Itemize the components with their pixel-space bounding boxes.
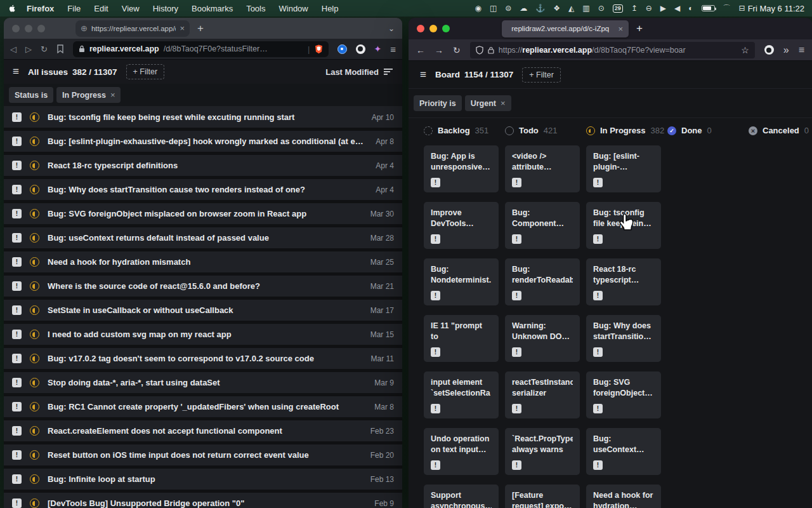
- kanban-card[interactable]: reactTestInstanc serializer: [505, 371, 580, 418]
- kanban-card[interactable]: Bug: SVG foreignObject…: [586, 371, 661, 418]
- issue-row[interactable]: Need a hook for hydration mismatch Mar 2…: [4, 251, 402, 272]
- close-window-button[interactable]: [12, 25, 20, 32]
- priority-urgent-icon[interactable]: [512, 347, 521, 357]
- menu-bookmarks[interactable]: Bookmarks: [192, 4, 233, 13]
- remove-filter-icon[interactable]: ×: [110, 90, 115, 100]
- in-progress-status-icon[interactable]: [30, 378, 39, 387]
- menu-button[interactable]: ≡: [799, 44, 804, 56]
- camera-icon[interactable]: ◫: [490, 4, 497, 12]
- priority-urgent-icon[interactable]: [512, 178, 521, 187]
- priority-urgent-icon[interactable]: [431, 460, 440, 470]
- kanban-card[interactable]: input element `setSelectionRa: [424, 371, 499, 418]
- volume-icon[interactable]: ◀: [674, 4, 680, 12]
- priority-urgent-icon[interactable]: [12, 185, 22, 194]
- reload-button[interactable]: ↻: [41, 44, 48, 54]
- kanban-card[interactable]: [Feature request] expo…: [505, 485, 580, 508]
- in-progress-status-icon[interactable]: [30, 426, 39, 436]
- in-progress-status-icon[interactable]: [30, 330, 39, 339]
- priority-urgent-icon[interactable]: [12, 378, 22, 387]
- priority-urgent-icon[interactable]: [593, 291, 603, 300]
- priority-urgent-icon[interactable]: [12, 305, 22, 315]
- apple-logo-icon[interactable]: [8, 4, 16, 13]
- docker-icon[interactable]: ⚓: [535, 4, 545, 12]
- in-progress-status-icon[interactable]: [30, 450, 39, 460]
- browser-tab[interactable]: ⊕ https://repliear.vercel.app/d/8b ×: [75, 20, 190, 37]
- priority-urgent-icon[interactable]: [12, 498, 22, 508]
- issue-row[interactable]: Bug: Why does startTransition cause two …: [4, 179, 402, 200]
- kanban-card[interactable]: React 18-rc typescript…: [586, 258, 661, 305]
- priority-urgent-icon[interactable]: [12, 354, 22, 363]
- in-progress-status-icon[interactable]: [30, 305, 39, 315]
- window-layout-icon[interactable]: ▥: [582, 4, 589, 12]
- address-bar[interactable]: repliear.vercel.app /d/8bTaoq7F0e?status…: [73, 41, 329, 57]
- zoom-window-button[interactable]: [37, 25, 45, 32]
- kanban-card[interactable]: <video /> attribute…: [505, 145, 580, 192]
- app-menu-icon[interactable]: ≡: [13, 65, 19, 78]
- sort-control[interactable]: Last Modified: [325, 67, 393, 77]
- add-filter-button[interactable]: + Filter: [126, 64, 165, 79]
- issue-row[interactable]: Bug: RC1 Cannot create property '_update…: [4, 396, 402, 417]
- power-menu-icon[interactable]: ⊖: [646, 4, 652, 12]
- in-progress-status-icon[interactable]: [30, 137, 39, 146]
- issue-row[interactable]: Bug: v17.0.2 tag doesn't seem to corresp…: [4, 348, 402, 369]
- remove-filter-icon[interactable]: ×: [501, 98, 506, 108]
- issue-row[interactable]: Bug: useContext returns default instead …: [4, 227, 402, 248]
- priority-urgent-icon[interactable]: [12, 330, 22, 339]
- priority-urgent-icon[interactable]: [12, 474, 22, 484]
- issue-row[interactable]: React.createElement does not accept func…: [4, 420, 402, 441]
- in-progress-status-icon[interactable]: [30, 281, 39, 291]
- priority-urgent-icon[interactable]: [512, 460, 521, 470]
- priority-urgent-icon[interactable]: [593, 460, 603, 470]
- menu-window[interactable]: Window: [279, 4, 308, 13]
- in-progress-status-icon[interactable]: [30, 112, 39, 122]
- play-circle-icon[interactable]: ▶: [660, 4, 666, 12]
- priority-urgent-icon[interactable]: [431, 347, 440, 357]
- wifi-icon[interactable]: ⌒: [723, 4, 731, 12]
- priority-urgent-icon[interactable]: [12, 257, 22, 267]
- close-window-button[interactable]: [417, 25, 424, 32]
- minimize-window-button[interactable]: [25, 25, 32, 32]
- forward-button[interactable]: ▷: [25, 44, 32, 54]
- back-button[interactable]: ←: [416, 45, 425, 55]
- close-tab-icon[interactable]: ×: [618, 24, 623, 34]
- priority-urgent-icon[interactable]: [512, 291, 521, 300]
- kanban-card[interactable]: Improve DevTools…: [424, 202, 499, 249]
- priority-urgent-icon[interactable]: [431, 291, 440, 300]
- kanban-card[interactable]: Bug: Nondeterminist.: [424, 258, 499, 305]
- in-progress-status-icon[interactable]: [30, 233, 39, 243]
- priority-urgent-icon[interactable]: [593, 234, 603, 244]
- issue-row[interactable]: [DevTools Bug] Unsupported Bridge operat…: [4, 493, 402, 508]
- priority-urgent-icon[interactable]: [593, 347, 603, 357]
- new-tab-button[interactable]: +: [636, 22, 643, 35]
- issue-row[interactable]: Bug: SVG foreignObject misplaced on brow…: [4, 203, 402, 224]
- in-progress-status-icon[interactable]: [30, 474, 39, 484]
- priority-urgent-icon[interactable]: [12, 233, 22, 243]
- kanban-card[interactable]: Bug: App is unresponsive…: [424, 145, 499, 192]
- issue-row[interactable]: React 18-rc typescript definitions Apr 4: [4, 155, 402, 176]
- minimize-window-button[interactable]: [429, 25, 437, 32]
- issue-row[interactable]: Stop doing data-*, aria-*, start using d…: [4, 372, 402, 393]
- zoom-window-button[interactable]: [442, 25, 450, 32]
- priority-urgent-icon[interactable]: [593, 178, 603, 187]
- in-progress-status-icon[interactable]: [30, 354, 39, 363]
- calendar-icon[interactable]: 29: [613, 4, 623, 13]
- onepassword-menu-icon[interactable]: ⊙: [598, 4, 605, 12]
- kanban-card[interactable]: Bug: Why does startTransitio…: [586, 315, 661, 362]
- onepassword-extension-icon[interactable]: [337, 44, 347, 54]
- bookmark-icon[interactable]: [56, 44, 64, 53]
- priority-urgent-icon[interactable]: [431, 234, 440, 244]
- priority-urgent-icon[interactable]: [593, 404, 603, 413]
- priority-urgent-icon[interactable]: [12, 450, 22, 460]
- priority-urgent-icon[interactable]: [12, 112, 22, 122]
- window-controls[interactable]: [12, 25, 45, 32]
- github-profile-icon[interactable]: [764, 45, 774, 55]
- dropbox-icon[interactable]: ❖: [553, 4, 560, 12]
- bookmark-star-icon[interactable]: ☆: [741, 45, 749, 55]
- back-button[interactable]: ◁: [10, 44, 16, 54]
- cloud-icon[interactable]: ☁: [520, 4, 527, 12]
- menu-tools[interactable]: Tools: [246, 4, 265, 13]
- filter-value-chip[interactable]: Urgent ×: [465, 95, 511, 111]
- in-progress-status-icon[interactable]: [30, 498, 39, 508]
- siri-icon[interactable]: ◐: [688, 4, 693, 12]
- issue-row[interactable]: Where is the source code of react@15.6.0…: [4, 276, 402, 297]
